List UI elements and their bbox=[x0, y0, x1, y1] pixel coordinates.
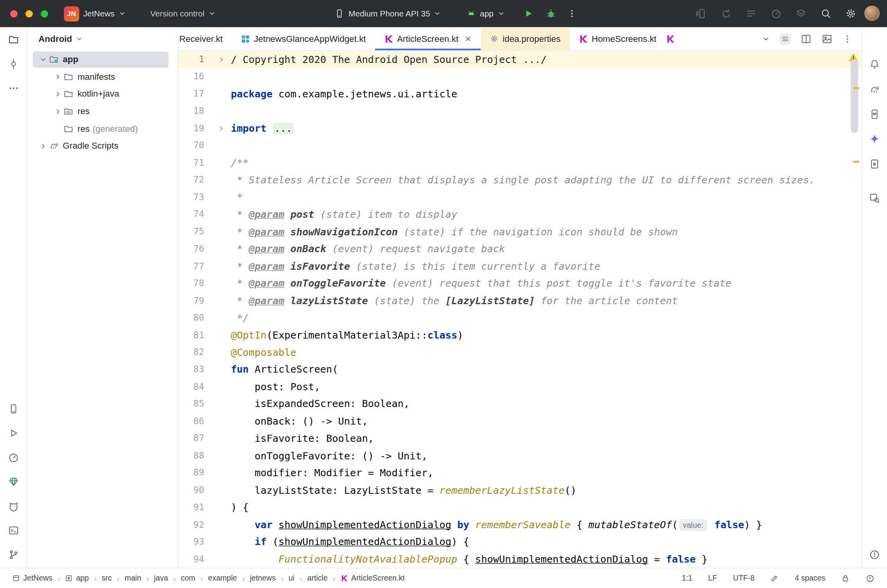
line-number[interactable]: 89 bbox=[178, 464, 205, 482]
run-tool-icon[interactable] bbox=[8, 428, 19, 439]
debug-button[interactable] bbox=[545, 8, 557, 19]
line-number[interactable]: 77 bbox=[178, 258, 205, 275]
fold-arrow-icon[interactable] bbox=[218, 125, 225, 132]
breadcrumb-item-java[interactable]: java bbox=[154, 574, 168, 583]
settings-gear-icon[interactable] bbox=[845, 8, 856, 19]
breadcrumb-item-jetnews[interactable]: JetNews bbox=[13, 574, 52, 583]
window-zoom-button[interactable] bbox=[41, 10, 48, 17]
device-mirroring-icon[interactable] bbox=[696, 8, 707, 19]
tab-list-dropdown[interactable] bbox=[762, 35, 770, 43]
run-button[interactable] bbox=[523, 8, 534, 19]
code-line-17[interactable]: 17package com.example.jetnews.ui.article bbox=[178, 85, 862, 102]
line-number[interactable]: 75 bbox=[178, 223, 205, 240]
code-line-87[interactable]: 87 isFavorite: Boolean, bbox=[178, 430, 862, 447]
split-editor-button[interactable] bbox=[801, 33, 812, 45]
chevron-right-icon[interactable] bbox=[54, 90, 61, 98]
vcs-widget[interactable]: Version control bbox=[147, 4, 219, 23]
code-line-90[interactable]: 90 lazyListState: LazyListState = rememb… bbox=[178, 482, 862, 499]
code-line-88[interactable]: 88 onToggleFavorite: () -> Unit, bbox=[178, 447, 862, 464]
code-line-86[interactable]: 86 onBack: () -> Unit, bbox=[178, 413, 862, 430]
tree-item-app[interactable]: app bbox=[27, 51, 178, 68]
line-number[interactable]: 92 bbox=[178, 516, 205, 533]
code-line-89[interactable]: 89 modifier: Modifier = Modifier, bbox=[178, 464, 862, 482]
tree-item-gradle-scripts[interactable]: Gradle Scripts bbox=[27, 137, 178, 154]
lock-icon[interactable] bbox=[841, 574, 850, 583]
running-devices-icon[interactable] bbox=[869, 158, 880, 170]
warning-stripe-mark[interactable] bbox=[853, 87, 859, 90]
code-line-18[interactable]: 18 bbox=[178, 102, 862, 120]
search-icon[interactable] bbox=[820, 8, 831, 19]
breadcrumb-item-src[interactable]: src bbox=[102, 574, 112, 583]
tab-close-icon[interactable] bbox=[465, 35, 472, 43]
line-number[interactable]: 19 bbox=[178, 120, 205, 137]
line-number[interactable]: 1 bbox=[178, 51, 205, 68]
sync-icon[interactable] bbox=[721, 8, 732, 19]
code-line-78[interactable]: 78 * @param onToggleFavorite (event) req… bbox=[178, 275, 862, 292]
chevron-right-icon[interactable] bbox=[40, 142, 47, 150]
code-line-92[interactable]: 92 var showUnimplementedActionDialog by … bbox=[178, 516, 862, 533]
line-number[interactable]: 90 bbox=[178, 482, 205, 499]
tree-item-res[interactable]: res(generated) bbox=[27, 120, 178, 137]
line-number[interactable]: 74 bbox=[178, 206, 205, 223]
code-line-1[interactable]: 1/ Copyright 2020 The Android Open Sourc… bbox=[178, 51, 862, 68]
encoding-widget[interactable]: UTF-8 bbox=[733, 574, 754, 583]
terminal-icon[interactable] bbox=[8, 525, 19, 536]
line-number[interactable]: 71 bbox=[178, 154, 205, 172]
window-minimize-button[interactable] bbox=[25, 10, 33, 17]
line-number[interactable]: 84 bbox=[178, 378, 205, 396]
line-number[interactable]: 87 bbox=[178, 430, 205, 447]
tree-item-res[interactable]: res bbox=[27, 103, 178, 120]
line-number[interactable]: 85 bbox=[178, 396, 205, 413]
breadcrumb-item-example[interactable]: example bbox=[208, 574, 237, 583]
line-number[interactable]: 82 bbox=[178, 344, 205, 361]
code-line-80[interactable]: 80 */ bbox=[178, 309, 862, 326]
code-line-19[interactable]: 19import ... bbox=[178, 120, 862, 137]
line-number[interactable]: 70 bbox=[178, 137, 205, 154]
breadcrumb-item-article[interactable]: article bbox=[307, 574, 328, 583]
line-number[interactable]: 16 bbox=[178, 68, 205, 85]
line-number[interactable]: 76 bbox=[178, 240, 205, 258]
breadcrumb-item-com[interactable]: com bbox=[181, 574, 195, 583]
editor-more-button[interactable] bbox=[842, 34, 853, 44]
commit-icon[interactable] bbox=[8, 58, 19, 70]
logcat-cat-icon[interactable] bbox=[8, 500, 19, 512]
code-line-91[interactable]: 91) { bbox=[178, 499, 862, 516]
code-line-84[interactable]: 84 post: Post, bbox=[178, 378, 862, 396]
tab-clipped[interactable] bbox=[666, 27, 673, 50]
device-manager-icon[interactable] bbox=[869, 109, 880, 120]
git-branch-icon[interactable] bbox=[8, 549, 19, 560]
tab-receiver-kt[interactable]: Receiver.kt bbox=[178, 27, 232, 50]
project-widget[interactable]: JN JetNews bbox=[61, 4, 129, 23]
app-insights-icon[interactable] bbox=[8, 476, 19, 488]
more-actions-button[interactable] bbox=[567, 9, 577, 19]
chevron-right-icon[interactable] bbox=[54, 108, 61, 115]
logcat-lines-icon[interactable] bbox=[745, 8, 757, 19]
code-line-93[interactable]: 93 if (showUnimplementedActionDialog) { bbox=[178, 533, 862, 550]
chevron-right-icon[interactable] bbox=[54, 73, 61, 81]
code-line-16[interactable]: 16 bbox=[178, 68, 862, 85]
code-editor[interactable]: 1/ Copyright 2020 The Android Open Sourc… bbox=[178, 51, 862, 568]
line-number[interactable]: 94 bbox=[178, 550, 205, 568]
profiler-gauge-icon[interactable] bbox=[8, 452, 19, 463]
project-view-header[interactable]: Android bbox=[27, 27, 178, 51]
device-explorer-icon[interactable] bbox=[8, 403, 19, 414]
tab-articlescreen-kt[interactable]: ArticleScreen.kt bbox=[375, 27, 481, 50]
line-number[interactable]: 93 bbox=[178, 533, 205, 550]
device-selector[interactable]: Medium Phone API 35 bbox=[331, 4, 444, 23]
alert-circle-icon[interactable] bbox=[865, 574, 874, 583]
code-line-82[interactable]: 82@Composable bbox=[178, 344, 862, 361]
code-line-83[interactable]: 83fun ArticleScreen( bbox=[178, 361, 862, 378]
line-separator-widget[interactable]: LF bbox=[708, 574, 717, 583]
indent-widget[interactable]: 4 spaces bbox=[795, 574, 825, 583]
caret-position-widget[interactable]: 1:1 bbox=[682, 574, 692, 583]
tab-homescreens-kt[interactable]: HomeScreens.kt bbox=[569, 27, 665, 50]
run-config-selector[interactable]: app bbox=[463, 4, 508, 23]
notifications-icon[interactable] bbox=[869, 59, 880, 70]
line-number[interactable]: 79 bbox=[178, 292, 205, 309]
scrollbar-thumb[interactable] bbox=[851, 59, 858, 133]
preview-button[interactable] bbox=[821, 33, 833, 45]
code-line-77[interactable]: 77 * @param isFavorite (state) is this i… bbox=[178, 258, 862, 275]
pen-icon[interactable] bbox=[770, 574, 779, 583]
line-number[interactable]: 18 bbox=[178, 102, 205, 120]
breadcrumb-item-app[interactable]: app bbox=[65, 574, 89, 583]
